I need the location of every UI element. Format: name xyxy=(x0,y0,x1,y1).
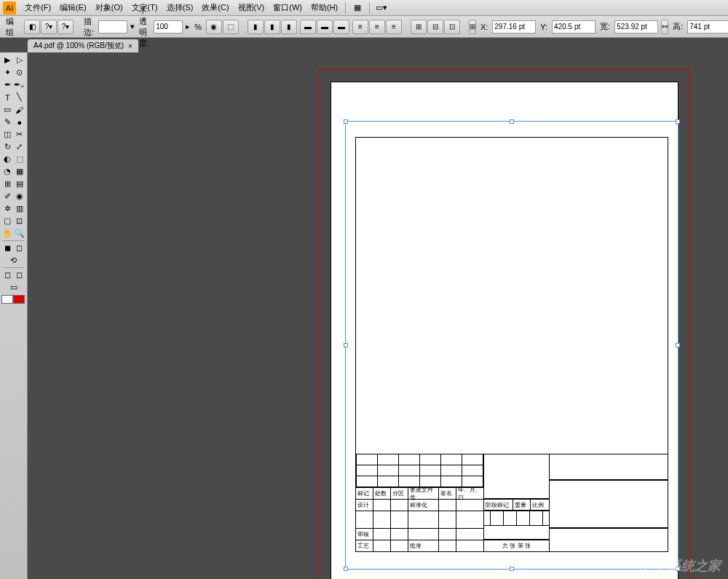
align-left-icon[interactable]: ▮ xyxy=(248,20,264,34)
h-input[interactable] xyxy=(687,20,728,34)
x-input[interactable] xyxy=(492,20,536,34)
line-tool-icon[interactable]: ╲ xyxy=(14,91,26,103)
recolor-artwork-icon[interactable]: ◉ xyxy=(206,20,222,34)
w-label: 宽: xyxy=(598,21,612,32)
stroke-color-icon[interactable]: ◻ xyxy=(14,242,26,254)
slice-tool-icon[interactable]: ⊡ xyxy=(14,215,26,227)
transform2-icon[interactable]: ⊟ xyxy=(427,20,443,34)
toolbox: ▶▷ ✦⊙ ✒✒₊ T╲ ▭🖌 ✎● ◫✂ ↻⤢ ◐⬚ ◔▦ ⊞▤ ✐◉ ✲▥ … xyxy=(0,52,28,579)
blend-tool-icon[interactable]: ◉ xyxy=(14,190,26,202)
default-fill-swatch[interactable] xyxy=(1,295,13,304)
magic-wand-tool-icon[interactable]: ✦ xyxy=(1,66,14,79)
selection-type-label: 编组 xyxy=(4,16,15,38)
distribute-top-icon[interactable]: ≡ xyxy=(352,20,368,34)
artboard-tool-icon[interactable]: ▢ xyxy=(1,215,14,227)
select-similar-icon[interactable]: ⬚ xyxy=(223,20,239,34)
add-anchor-tool-icon[interactable]: ✒₊ xyxy=(13,79,25,91)
pencil-tool-icon[interactable]: ✎ xyxy=(1,116,14,128)
draw-mode-behind-icon[interactable]: ◻ xyxy=(14,269,26,281)
hand-tool-icon[interactable]: ✋ xyxy=(1,227,14,240)
title-block-right: 阶段标记 重量 比例 共 张 第 张 xyxy=(483,454,668,551)
rotate-tool-icon[interactable]: ↻ xyxy=(1,141,14,153)
align-top-icon[interactable]: ▬ xyxy=(300,20,316,34)
reference-point-icon[interactable]: ⊞ xyxy=(469,20,476,34)
lasso-tool-icon[interactable]: ⊙ xyxy=(14,66,26,79)
default-stroke-swatch[interactable] xyxy=(13,295,25,304)
scale-tool-icon[interactable]: ⤢ xyxy=(14,141,26,153)
selection-handle-mr[interactable] xyxy=(676,343,680,347)
gradient-tool-icon[interactable]: ▤ xyxy=(14,178,26,190)
screen-mode-icon[interactable]: ▭ xyxy=(1,281,25,294)
selection-tool-icon[interactable]: ▶ xyxy=(1,54,14,66)
stroke-dropdown-icon[interactable]: ▾ xyxy=(130,22,135,31)
align-hcenter-icon[interactable]: ▮ xyxy=(264,20,280,34)
selection-handle-tl[interactable] xyxy=(344,119,348,124)
link-wh-icon[interactable]: ⚯ xyxy=(661,20,668,34)
column-graph-tool-icon[interactable]: ▥ xyxy=(14,202,26,215)
align-bottom-icon[interactable]: ▬ xyxy=(333,20,349,34)
tb-process-label: 工艺 xyxy=(356,540,373,551)
menu-effect[interactable]: 效果(C) xyxy=(197,1,233,15)
transform3-icon[interactable]: ⊡ xyxy=(444,20,460,34)
menu-view[interactable]: 视图(V) xyxy=(234,1,269,15)
opacity-dropdown-icon[interactable]: ▸ xyxy=(186,22,190,31)
canvas[interactable]: 标记 处数 分区 更改文件号 签名 年、月、日 设计 标准化 xyxy=(28,52,728,579)
w-input[interactable] xyxy=(614,20,658,34)
document-tab[interactable]: A4.pdf @ 100% (RGB/预览) × xyxy=(28,39,138,52)
draw-mode-normal-icon[interactable]: ◻ xyxy=(1,269,14,281)
symbol-sprayer-tool-icon[interactable]: ✲ xyxy=(1,202,14,215)
distribute-group: ≡ ≡ ≡ xyxy=(352,20,402,34)
selection-handle-bl[interactable] xyxy=(344,567,348,571)
transform-icon[interactable]: ⊞ xyxy=(411,20,427,34)
y-label: Y: xyxy=(539,23,549,31)
x-label: X: xyxy=(479,23,489,31)
swap-fill-stroke-icon[interactable]: ⟲ xyxy=(1,254,25,267)
menu-select[interactable]: 选择(S) xyxy=(162,1,198,15)
opacity-unit: % xyxy=(193,23,203,31)
zoom-tool-icon[interactable]: 🔍 xyxy=(14,227,26,240)
direct-selection-tool-icon[interactable]: ▷ xyxy=(14,54,26,66)
arrange-icon[interactable]: ▭▾ xyxy=(374,2,389,14)
selection-handle-tr[interactable] xyxy=(676,119,680,124)
stroke-weight-input[interactable] xyxy=(98,20,127,34)
type-tool-icon[interactable]: T xyxy=(1,91,14,103)
shape-builder-tool-icon[interactable]: ◔ xyxy=(1,165,14,178)
title-block: 标记 处数 分区 更改文件号 签名 年、月、日 设计 标准化 xyxy=(356,454,668,551)
menu-help[interactable]: 帮助(H) xyxy=(306,1,342,15)
scissors-tool-icon[interactable]: ✂ xyxy=(14,128,26,141)
title-block-process-row: 工艺 批准 xyxy=(356,540,483,551)
selection-handle-ml[interactable] xyxy=(344,343,348,347)
eraser-tool-icon[interactable]: ◫ xyxy=(1,128,14,141)
perspective-grid-tool-icon[interactable]: ▦ xyxy=(14,165,26,178)
separator xyxy=(369,2,370,14)
paintbrush-tool-icon[interactable]: 🖌 xyxy=(14,103,26,116)
opacity-input[interactable] xyxy=(154,20,183,34)
fill-color-icon[interactable]: ◼ xyxy=(1,242,14,254)
recolor-button[interactable]: ?▾ xyxy=(41,20,57,34)
width-tool-icon[interactable]: ◐ xyxy=(1,153,14,165)
opacity-label: 不透明度: xyxy=(138,5,151,49)
menu-window[interactable]: 窗口(W) xyxy=(269,1,306,15)
selection-handle-tm[interactable] xyxy=(510,119,514,124)
align-right-icon[interactable]: ▮ xyxy=(281,20,297,34)
bridge-icon[interactable]: ▦ xyxy=(350,2,365,14)
menu-edit[interactable]: 编辑(E) xyxy=(55,1,91,15)
y-input[interactable] xyxy=(552,20,596,34)
eyedropper-tool-icon[interactable]: ✐ xyxy=(1,190,14,202)
tb-sheets-label: 共 张 第 张 xyxy=(483,540,549,551)
style-button[interactable]: ?▾ xyxy=(58,20,74,34)
fill-swatch[interactable]: ◧ xyxy=(24,20,40,34)
blob-brush-tool-icon[interactable]: ● xyxy=(14,116,26,128)
selection-handle-bm[interactable] xyxy=(510,567,514,571)
free-transform-tool-icon[interactable]: ⬚ xyxy=(14,153,26,165)
menu-object[interactable]: 对象(O) xyxy=(91,1,127,15)
tab-close-icon[interactable]: × xyxy=(128,42,132,50)
mesh-tool-icon[interactable]: ⊞ xyxy=(1,178,14,190)
selection-handle-br[interactable] xyxy=(676,567,680,571)
distribute-bottom-icon[interactable]: ≡ xyxy=(386,20,402,34)
pen-tool-icon[interactable]: ✒ xyxy=(1,79,13,91)
rectangle-tool-icon[interactable]: ▭ xyxy=(1,103,14,116)
menu-file[interactable]: 文件(F) xyxy=(20,1,55,15)
distribute-vcenter-icon[interactable]: ≡ xyxy=(369,20,385,34)
align-vcenter-icon[interactable]: ▬ xyxy=(317,20,333,34)
